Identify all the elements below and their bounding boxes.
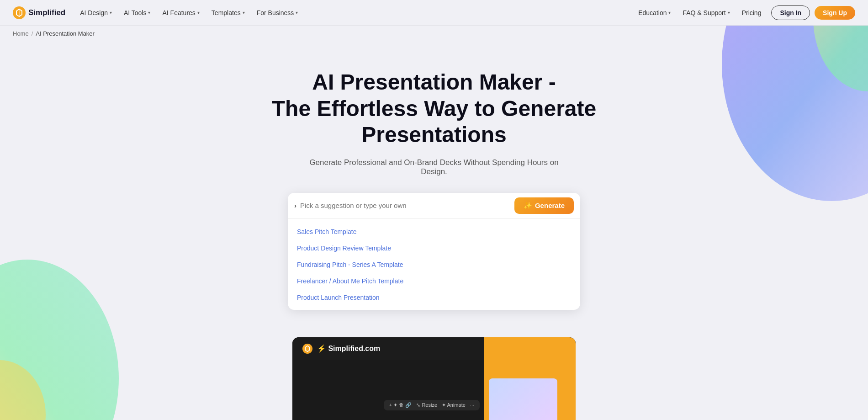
suggestion-item[interactable]: Sales Pitch Template [288, 223, 580, 240]
nav-item-faq-support[interactable]: FAQ & Support ▾ [677, 6, 735, 19]
preview-container: ⚡ Simplified.com + ✦ 🗑 🔗 ⤡ Resize ✦ Anim… [292, 337, 576, 420]
suggestion-item[interactable]: Product Launch Presentation [288, 289, 580, 306]
logo-icon [13, 6, 26, 19]
hero-title: AI Presentation Maker -The Effortless Wa… [272, 69, 596, 148]
nav-item-pricing[interactable]: Pricing [736, 6, 767, 19]
search-container: › ✨ Generate Sales Pitch Template Produc… [288, 193, 580, 310]
chevron-down-icon: ▾ [668, 10, 671, 15]
signin-button[interactable]: Sign In [771, 5, 810, 20]
preview-card [489, 378, 557, 420]
navbar: Simplified AI Design ▾ AI Tools ▾ AI Fea… [0, 0, 868, 26]
nav-item-ai-features[interactable]: AI Features ▾ [157, 6, 205, 19]
search-chevron-icon: › [294, 202, 296, 209]
preview-toolbar: + ✦ 🗑 🔗 ⤡ Resize ✦ Animate ··· [384, 400, 480, 410]
breadcrumb: Home / AI Presentation Maker [0, 26, 868, 42]
suggestions-list: Sales Pitch Template Product Design Revi… [288, 218, 580, 310]
nav-right: Education ▾ FAQ & Support ▾ Pricing Sign… [633, 5, 855, 20]
main-content: AI Presentation Maker -The Effortless Wa… [0, 42, 868, 420]
signup-button[interactable]: Sign Up [815, 6, 855, 20]
logo[interactable]: Simplified [13, 6, 65, 19]
suggestion-item[interactable]: Freelancer / About Me Pitch Template [288, 273, 580, 289]
chevron-down-icon: ▾ [197, 10, 200, 15]
toolbar-resize: ⤡ Resize [416, 402, 437, 408]
suggestion-item[interactable]: Fundraising Pitch - Series A Template [288, 256, 580, 273]
chevron-down-icon: ▾ [728, 10, 730, 15]
breadcrumb-separator: / [32, 30, 33, 37]
search-row: › ✨ Generate [288, 193, 580, 218]
preview-logo-text: ⚡ Simplified.com [317, 344, 380, 353]
nav-item-ai-design[interactable]: AI Design ▾ [74, 6, 117, 19]
svg-point-5 [302, 344, 312, 354]
toolbar-more: ··· [470, 402, 474, 408]
chevron-down-icon: ▾ [110, 10, 112, 15]
nav-item-education[interactable]: Education ▾ [633, 6, 676, 19]
generate-icon: ✨ [524, 202, 532, 210]
generate-button[interactable]: ✨ Generate [514, 197, 574, 214]
logo-text: Simplified [28, 8, 65, 17]
breadcrumb-current: AI Presentation Maker [36, 30, 95, 37]
chevron-down-icon: ▾ [243, 10, 245, 15]
search-input[interactable] [300, 202, 511, 209]
nav-item-for-business[interactable]: For Business ▾ [251, 6, 304, 19]
nav-left-items: AI Design ▾ AI Tools ▾ AI Features ▾ Tem… [74, 6, 633, 19]
toolbar-animate: ✦ Animate [442, 402, 466, 408]
toolbar-icons: + ✦ 🗑 🔗 [389, 402, 412, 408]
suggestion-item[interactable]: Product Design Review Template [288, 240, 580, 256]
nav-item-ai-tools[interactable]: AI Tools ▾ [118, 6, 156, 19]
nav-item-templates[interactable]: Templates ▾ [206, 6, 250, 19]
hero-subtitle: Generate Professional and On-Brand Decks… [297, 158, 571, 176]
breadcrumb-home[interactable]: Home [13, 30, 29, 37]
chevron-down-icon: ▾ [296, 10, 298, 15]
nav-right-items: Education ▾ FAQ & Support ▾ Pricing [633, 6, 767, 19]
preview-logo-icon [302, 344, 312, 354]
generate-label: Generate [535, 202, 565, 209]
chevron-down-icon: ▾ [148, 10, 150, 15]
